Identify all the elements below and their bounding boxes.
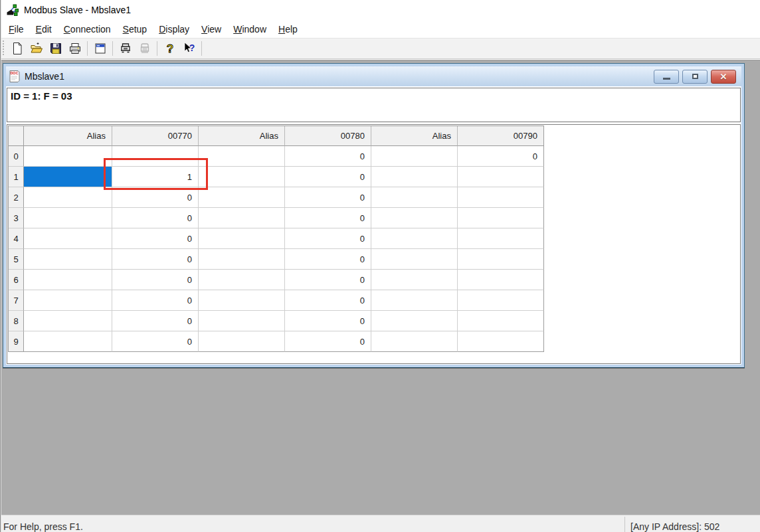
grid-corner-header[interactable] <box>9 126 24 146</box>
grid-cell[interactable] <box>371 270 458 290</box>
grid-cell[interactable]: 0 <box>112 311 199 331</box>
grid-cell[interactable] <box>199 146 285 167</box>
grid-cell[interactable] <box>458 167 544 187</box>
menu-help[interactable]: Help <box>272 21 304 37</box>
context-help-button[interactable]: ? <box>180 41 198 57</box>
grid-column-header[interactable]: 00780 <box>285 126 371 146</box>
grid-cell[interactable]: 0 <box>112 249 199 270</box>
grid-cell[interactable] <box>24 228 112 249</box>
grid-cell[interactable] <box>371 208 458 228</box>
grid-cell[interactable]: 0 <box>285 249 371 270</box>
grid-cell[interactable] <box>24 331 112 352</box>
grid-cell[interactable]: 0 <box>285 187 371 208</box>
restore-button[interactable] <box>682 70 708 84</box>
grid-row-header[interactable]: 1 <box>9 167 24 187</box>
child-titlebar[interactable]: DOC Mbslave1 ✕ <box>6 66 741 86</box>
slave-definition-button[interactable] <box>116 41 134 57</box>
grid-cell[interactable] <box>371 228 458 249</box>
help-button[interactable]: ? <box>161 41 179 57</box>
grid-cell[interactable] <box>458 249 544 270</box>
grid-cell[interactable]: 0 <box>285 146 371 167</box>
grid-cell[interactable] <box>199 228 285 249</box>
grid-cell[interactable] <box>458 208 544 228</box>
grid-cell[interactable]: 0 <box>112 208 199 228</box>
grid-cell[interactable] <box>371 311 458 331</box>
grid-cell[interactable] <box>458 311 544 331</box>
grid-row-header[interactable]: 0 <box>9 146 24 167</box>
menu-connection[interactable]: Connection <box>58 21 117 37</box>
grid-cell[interactable] <box>371 331 458 352</box>
grid-cell[interactable]: 0 <box>112 331 199 352</box>
grid-column-header[interactable]: 00790 <box>458 126 544 146</box>
grid-cell[interactable] <box>458 270 544 290</box>
grid-row-header[interactable]: 9 <box>9 331 24 352</box>
grid-cell[interactable]: 0 <box>112 270 199 290</box>
grid-cell[interactable]: 0 <box>285 228 371 249</box>
grid-cell[interactable] <box>371 290 458 311</box>
grid-cell[interactable] <box>458 228 544 249</box>
menu-window[interactable]: Window <box>227 21 272 37</box>
minimize-button[interactable] <box>654 70 679 84</box>
grid-cell[interactable] <box>24 249 112 270</box>
grid-cell[interactable] <box>199 249 285 270</box>
grid-cell[interactable] <box>24 311 112 331</box>
open-file-button[interactable] <box>27 41 45 57</box>
menu-file[interactable]: File <box>3 21 30 37</box>
grid-cell[interactable]: 0 <box>285 167 371 187</box>
grid-cell[interactable] <box>24 208 112 228</box>
grid-cell[interactable] <box>24 167 112 187</box>
grid-cell[interactable] <box>458 187 544 208</box>
print-button[interactable] <box>66 41 84 57</box>
grid-cell[interactable] <box>199 311 285 331</box>
grid-cell[interactable] <box>199 187 285 208</box>
grid-cell[interactable] <box>199 167 285 187</box>
grid-cell[interactable] <box>112 146 199 167</box>
grid-row-header[interactable]: 8 <box>9 311 24 331</box>
display-setup-button[interactable] <box>91 41 109 57</box>
grid-cell[interactable]: 1 <box>112 167 199 187</box>
grid-cell[interactable]: 0 <box>458 146 544 167</box>
grid-column-header[interactable]: Alias <box>199 126 285 146</box>
grid-row-header[interactable]: 2 <box>9 187 24 208</box>
grid-cell[interactable] <box>24 270 112 290</box>
toolbar-gripper[interactable] <box>2 41 5 56</box>
slave-device-alt-button[interactable] <box>136 41 153 57</box>
grid-cell[interactable] <box>371 187 458 208</box>
grid-cell[interactable]: 0 <box>112 290 199 311</box>
close-button[interactable]: ✕ <box>711 70 736 84</box>
grid-row-header[interactable]: 7 <box>9 290 24 311</box>
grid-cell[interactable] <box>458 290 544 311</box>
new-file-button[interactable] <box>8 41 26 57</box>
grid-cell[interactable] <box>371 167 458 187</box>
grid-column-header[interactable]: Alias <box>24 126 112 146</box>
menu-view[interactable]: View <box>195 21 227 37</box>
grid-column-header[interactable]: Alias <box>371 126 458 146</box>
menu-setup[interactable]: Setup <box>117 21 153 37</box>
grid-cell[interactable]: 0 <box>285 290 371 311</box>
grid-row-header[interactable]: 3 <box>9 208 24 228</box>
grid-cell[interactable] <box>371 249 458 270</box>
grid-column-header[interactable]: 00770 <box>112 126 199 146</box>
grid-cell[interactable] <box>24 187 112 208</box>
save-file-button[interactable] <box>47 41 64 57</box>
register-grid-container[interactable]: Alias00770Alias00780Alias007900001102003… <box>7 124 741 364</box>
grid-cell[interactable] <box>199 208 285 228</box>
grid-cell[interactable] <box>199 270 285 290</box>
grid-cell[interactable] <box>199 331 285 352</box>
grid-cell[interactable]: 0 <box>112 187 199 208</box>
grid-row-header[interactable]: 4 <box>9 228 24 249</box>
grid-cell[interactable] <box>458 331 544 352</box>
grid-row-header[interactable]: 6 <box>9 270 24 290</box>
grid-cell[interactable] <box>371 146 458 167</box>
grid-cell[interactable]: 0 <box>285 311 371 331</box>
main-titlebar[interactable]: Modbus Slave - Mbslave1 <box>0 0 760 20</box>
grid-cell[interactable]: 0 <box>285 331 371 352</box>
grid-cell[interactable] <box>24 290 112 311</box>
grid-cell[interactable]: 0 <box>112 228 199 249</box>
menu-edit[interactable]: Edit <box>30 21 58 37</box>
grid-cell[interactable]: 0 <box>285 270 371 290</box>
grid-cell[interactable] <box>199 290 285 311</box>
grid-row-header[interactable]: 5 <box>9 249 24 270</box>
grid-cell[interactable]: 0 <box>285 208 371 228</box>
menu-display[interactable]: Display <box>153 21 195 37</box>
